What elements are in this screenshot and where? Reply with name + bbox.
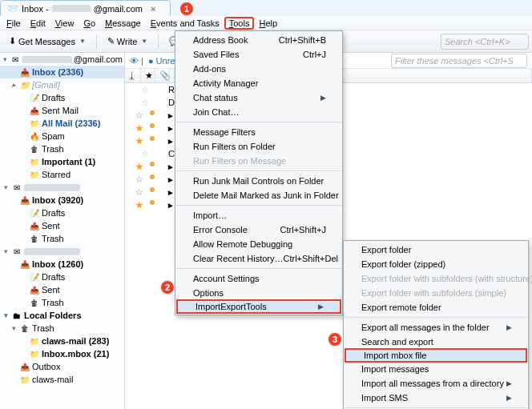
tree-item[interactable]: ▾✉: [0, 245, 124, 258]
inbox-icon: 📥: [19, 196, 30, 205]
tree-item[interactable]: 📁All Mail (2336): [0, 117, 124, 130]
menu-view[interactable]: View: [50, 17, 79, 30]
menu-help[interactable]: Help: [254, 17, 282, 30]
menu-item[interactable]: Export remote folder: [344, 300, 528, 315]
tree-item[interactable]: 📤Sent: [0, 283, 124, 296]
menu-item[interactable]: Import all messages from a directory▶: [344, 376, 528, 391]
tree-item[interactable]: ▾🖿Local Folders: [0, 309, 124, 322]
menu-item[interactable]: Run Junk Mail Controls on Folder: [175, 174, 342, 188]
star-icon[interactable]: ☆: [141, 149, 149, 159]
star-icon[interactable]: ☆: [135, 187, 143, 198]
search-input[interactable]: Search <Ctrl+K>: [441, 34, 529, 50]
tree-item[interactable]: 📁claws-mail (283): [0, 335, 124, 347]
folder-icon: 📁: [29, 170, 40, 179]
tree-item[interactable]: 📝Drafts: [0, 271, 124, 283]
menu-tools[interactable]: Tools: [224, 17, 255, 30]
tree-item[interactable]: ▾🗑Trash: [0, 322, 124, 335]
tree-item[interactable]: 📁claws-mail: [0, 373, 124, 386]
menu-item[interactable]: Import SMS▶: [344, 391, 528, 405]
tree-item[interactable]: 📥Inbox (2336): [0, 66, 124, 78]
col-attach[interactable]: 📎: [155, 69, 170, 82]
menu-item[interactable]: Clear Recent History…Ctrl+Shift+Del: [175, 251, 342, 266]
trash-icon: 🗑: [29, 235, 40, 243]
menu-edit[interactable]: Edit: [26, 17, 50, 30]
download-icon: ⬇: [9, 36, 16, 46]
star-icon[interactable]: ★: [135, 162, 143, 172]
chevron-down-icon[interactable]: ▼: [79, 38, 86, 45]
write-button[interactable]: ✎ Write ▼: [102, 34, 153, 49]
star-icon[interactable]: ☆: [141, 98, 149, 108]
tree-item[interactable]: 📝Drafts: [0, 91, 124, 104]
app-tab[interactable]: 📨 Inbox - @gmail.com ×: [0, 0, 171, 16]
unread-dot-icon: [150, 110, 155, 115]
tree-item[interactable]: 📥Inbox (1260): [0, 258, 124, 271]
show-toggle[interactable]: 👁 |: [130, 56, 143, 66]
close-tab-icon[interactable]: ×: [151, 4, 155, 14]
local-icon: 🖿: [11, 311, 22, 320]
tree-item[interactable]: 📥Inbox (3920): [0, 194, 124, 207]
star-icon[interactable]: ★: [135, 123, 143, 134]
tree-item[interactable]: 📁Starred: [0, 168, 124, 181]
tree-item[interactable]: 📁Important (1): [0, 155, 124, 168]
menu-go[interactable]: Go: [79, 17, 100, 30]
star-icon[interactable]: ★: [135, 200, 143, 211]
menu-item[interactable]: Search and export: [344, 335, 528, 349]
menu-item: Export folder with subfolders (with stru…: [344, 271, 528, 286]
tree-item[interactable]: 📤Sent: [0, 219, 124, 232]
menu-item[interactable]: Join Chat…: [175, 105, 342, 119]
sent-icon: 📤: [29, 222, 40, 231]
star-icon[interactable]: ☆: [135, 174, 143, 185]
menu-item[interactable]: ImportExportTools▶: [176, 299, 341, 314]
menu-item[interactable]: Run Filters on Folder: [175, 139, 342, 154]
get-messages-button[interactable]: ⬇ Get Messages ▼: [3, 34, 91, 49]
menu-item[interactable]: Add-ons: [175, 62, 342, 76]
col-thread[interactable]: ᛣ: [125, 69, 141, 82]
folder-icon: 📁: [19, 375, 30, 384]
menu-item[interactable]: Saved FilesCtrl+J: [175, 47, 342, 62]
chevron-down-icon[interactable]: ▼: [141, 38, 147, 45]
star-icon[interactable]: ★: [135, 136, 143, 146]
tree-item[interactable]: 📁Inbox.mbox (21): [0, 347, 124, 360]
folder-tree[interactable]: ▾✉@gmail.com📥Inbox (2336)▸📁[Gmail]📝Draft…: [0, 53, 125, 409]
menu-item[interactable]: Import messages: [344, 362, 528, 376]
unread-dot-icon: [150, 200, 155, 205]
menu-item[interactable]: Allow Remote Debugging: [175, 237, 342, 251]
menu-item[interactable]: Message Filters: [175, 125, 342, 139]
tree-item[interactable]: 📝Drafts: [0, 207, 124, 219]
menu-item[interactable]: Options: [175, 286, 342, 300]
tree-item[interactable]: 📤Sent Mail: [0, 104, 124, 117]
menu-item[interactable]: Error ConsoleCtrl+Shift+J: [175, 223, 342, 237]
unread-dot-icon: [150, 187, 155, 192]
menu-item[interactable]: Address BookCtrl+Shift+B: [175, 33, 342, 47]
tree-item[interactable]: 🗑Trash: [0, 296, 124, 309]
star-icon[interactable]: ☆: [135, 110, 143, 121]
menu-file[interactable]: File: [2, 17, 26, 30]
menu-item[interactable]: Export folder: [344, 243, 528, 257]
sent-icon: 📤: [29, 106, 40, 115]
mail-icon: 📨: [7, 3, 18, 14]
tree-item[interactable]: ▾✉@gmail.com: [0, 53, 124, 66]
tree-item[interactable]: ▾✉: [0, 181, 124, 194]
menu-item[interactable]: Chat status▶: [175, 90, 342, 105]
menu-item[interactable]: Account Settings: [175, 271, 342, 286]
menu-message[interactable]: Message: [100, 17, 146, 30]
tree-item[interactable]: ▸📁[Gmail]: [0, 78, 124, 91]
tree-item[interactable]: 🔥Spam: [0, 130, 124, 142]
trash-icon: 🗑: [29, 145, 40, 154]
menu-item[interactable]: Delete Mail Marked as Junk in Folder: [175, 188, 342, 202]
tree-item[interactable]: 🗑Trash: [0, 232, 124, 245]
tree-item[interactable]: 🗑Trash: [0, 142, 124, 155]
draft-icon: 📝: [29, 209, 40, 218]
menu-item[interactable]: Import…: [175, 208, 342, 223]
tree-item[interactable]: 📤Outbox: [0, 360, 124, 373]
col-star[interactable]: ★: [141, 69, 155, 82]
menu-events-and-tasks[interactable]: Events and Tasks: [146, 17, 224, 30]
menu-item[interactable]: Export all messages in the folder▶: [344, 320, 528, 335]
menu-item[interactable]: Activity Manager: [175, 76, 342, 90]
menu-item[interactable]: Import mbox file: [345, 348, 527, 363]
filter-input[interactable]: Filter these messages <Ctrl+S: [391, 54, 527, 68]
menu-item[interactable]: Export folder (zipped): [344, 257, 528, 271]
star-icon[interactable]: ☆: [141, 85, 149, 95]
menu-item: Export folder with subfolders (simple): [344, 286, 528, 300]
callout-2: 2: [160, 280, 175, 295]
